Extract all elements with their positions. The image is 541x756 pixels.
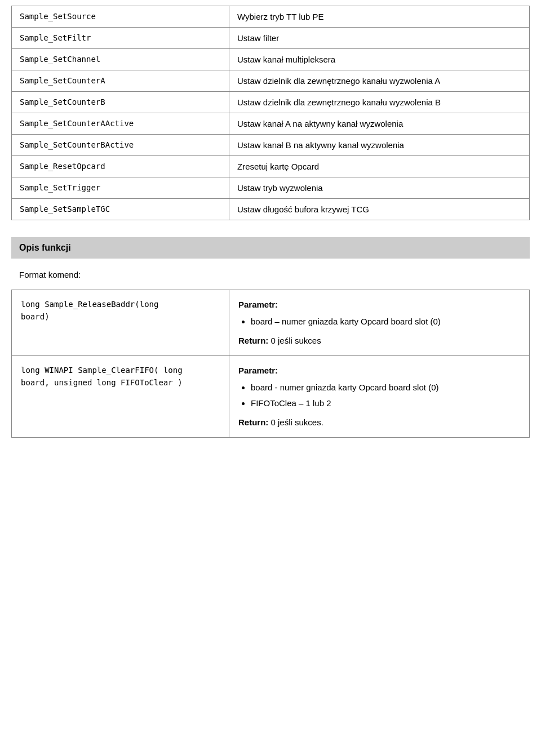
description-cell: Ustaw dzielnik dla zewnętrznego kanału w… [229, 92, 529, 113]
list-item: FIFOToClea – 1 lub 2 [251, 397, 520, 410]
function-name-cell: Sample_ResetOpcard [12, 156, 229, 177]
func-desc-cell: Parametr:board - numer gniazda karty Opc… [229, 356, 529, 438]
function-name-cell: Sample_SetSampleTGC [12, 199, 229, 220]
function-name-cell: Sample_SetChannel [12, 49, 229, 70]
description-cell: Ustaw dzielnik dla zewnętrznego kanału w… [229, 70, 529, 92]
list-item: board - numer gniazda karty Opcard board… [251, 381, 520, 394]
func-signature-cell: long Sample_ReleaseBaddr(longboard) [12, 290, 229, 356]
table-row: long WINAPI Sample_ClearFIFO( longboard,… [12, 356, 530, 438]
table-row: Sample_SetChannelUstaw kanał multiplekse… [12, 49, 530, 70]
func-signature-cell: long WINAPI Sample_ClearFIFO( longboard,… [12, 356, 229, 438]
description-cell: Wybierz tryb TT lub PE [229, 6, 529, 28]
table-row: Sample_SetSampleTGCUstaw długość bufora … [12, 199, 530, 220]
description-cell: Ustaw kanał B na aktywny kanał wyzwoleni… [229, 135, 529, 156]
description-cell: Ustaw kanał A na aktywny kanał wyzwoleni… [229, 113, 529, 135]
table-row: Sample_SetCounterAActiveUstaw kanał A na… [12, 113, 530, 135]
return-label: Return: [238, 417, 271, 427]
section-heading: Opis funkcji [11, 237, 530, 259]
description-cell: Ustaw tryb wyzwolenia [229, 177, 529, 199]
list-item: board – numer gniazda karty Opcard board… [251, 315, 520, 328]
table-row: Sample_SetCounterBActiveUstaw kanał B na… [12, 135, 530, 156]
function-name-cell: Sample_SetCounterA [12, 70, 229, 92]
table-row: Sample_SetFiltrUstaw filter [12, 28, 530, 49]
main-table: Sample_SetSourceWybierz tryb TT lub PESa… [11, 6, 530, 220]
description-cell: Ustaw filter [229, 28, 529, 49]
function-name-cell: Sample_SetCounterB [12, 92, 229, 113]
function-name-cell: Sample_SetCounterBActive [12, 135, 229, 156]
function-name-cell: Sample_SetFiltr [12, 28, 229, 49]
return-label: Return: [238, 336, 271, 345]
table-row: Sample_ResetOpcardZresetuj kartę Opcard [12, 156, 530, 177]
table-row: Sample_SetSourceWybierz tryb TT lub PE [12, 6, 530, 28]
format-label: Format komend: [11, 270, 530, 279]
table-row: Sample_SetCounterAUstaw dzielnik dla zew… [12, 70, 530, 92]
func-desc-cell: Parametr:board – numer gniazda karty Opc… [229, 290, 529, 356]
func-table: long Sample_ReleaseBaddr(longboard)Param… [11, 290, 530, 438]
param-label: Parametr: [238, 300, 278, 309]
param-list: board - numer gniazda karty Opcard board… [238, 381, 520, 410]
description-cell: Zresetuj kartę Opcard [229, 156, 529, 177]
table-row: long Sample_ReleaseBaddr(longboard)Param… [12, 290, 530, 356]
description-cell: Ustaw kanał multipleksera [229, 49, 529, 70]
page-wrapper: Sample_SetSourceWybierz tryb TT lub PESa… [0, 0, 541, 455]
function-name-cell: Sample_SetTrigger [12, 177, 229, 199]
function-name-cell: Sample_SetCounterAActive [12, 113, 229, 135]
param-label: Parametr: [238, 366, 278, 375]
table-row: Sample_SetTriggerUstaw tryb wyzwolenia [12, 177, 530, 199]
function-name-cell: Sample_SetSource [12, 6, 229, 28]
param-list: board – numer gniazda karty Opcard board… [238, 315, 520, 328]
table-row: Sample_SetCounterBUstaw dzielnik dla zew… [12, 92, 530, 113]
description-cell: Ustaw długość bufora krzywej TCG [229, 199, 529, 220]
